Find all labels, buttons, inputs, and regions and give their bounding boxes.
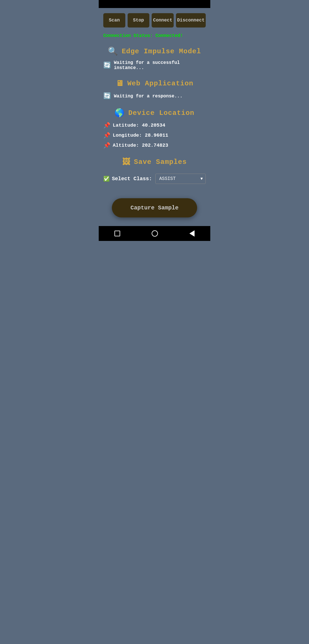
nav-bar	[99, 226, 210, 241]
altitude-value: Altitude: 202.74823	[113, 143, 168, 148]
connect-button[interactable]: Connect	[152, 13, 174, 28]
edge-impulse-section-title: 🔍 Edge Impulse Model	[103, 46, 206, 56]
capture-sample-button[interactable]: Capture Sample	[112, 198, 197, 217]
edge-impulse-icon: 🔍	[108, 46, 118, 56]
latitude-row: 📌 Latitude: 40.20534	[103, 122, 206, 129]
latitude-pin-icon: 📌	[103, 122, 110, 129]
web-app-icon: 🖥	[116, 78, 124, 88]
edge-impulse-waiting: 🔄 Waiting for a successful instance...	[103, 60, 206, 70]
class-select-wrapper[interactable]: ASSIST OTHER ▼	[155, 174, 206, 184]
disconnect-button[interactable]: Disconnect	[176, 13, 206, 28]
edge-impulse-waiting-text: Waiting for a successful instance...	[114, 60, 206, 70]
stop-button[interactable]: Stop	[128, 13, 150, 28]
device-location-title: Device Location	[128, 109, 194, 117]
longitude-pin-icon: 📌	[103, 132, 110, 139]
nav-back-icon[interactable]	[189, 230, 195, 237]
connection-status: Connection Status: Connected!	[103, 33, 206, 38]
capture-btn-wrapper: Capture Sample	[99, 193, 210, 226]
web-app-section-title: 🖥 Web Application	[103, 78, 206, 88]
nav-circle-icon[interactable]	[152, 230, 158, 237]
select-class-check-icon: ✅	[103, 176, 110, 182]
status-bar	[99, 0, 210, 8]
save-samples-section: 🖼 Save Samples	[103, 157, 206, 167]
altitude-row: 📌 Altitude: 202.74823	[103, 142, 206, 149]
latitude-value: Latitude: 40.20534	[113, 123, 165, 128]
select-class-text: Select Class:	[112, 176, 152, 182]
select-class-row: ✅ Select Class: ASSIST OTHER ▼	[103, 174, 206, 184]
longitude-row: 📌 Longitude: 28.96011	[103, 132, 206, 139]
longitude-value: Longitude: 28.96011	[113, 133, 168, 138]
save-samples-icon: 🖼	[122, 157, 130, 167]
select-class-label: ✅ Select Class:	[103, 176, 152, 182]
save-samples-label: Save Samples	[134, 158, 187, 166]
class-select[interactable]: ASSIST OTHER	[155, 174, 206, 184]
edge-impulse-title: Edge Impulse Model	[122, 48, 201, 55]
web-app-title: Web Application	[127, 80, 193, 87]
web-app-waiting-text: Waiting for a response...	[114, 94, 183, 99]
action-button-row: Scan Stop Connect Disconnect	[103, 13, 206, 28]
location-data: 📌 Latitude: 40.20534 📌 Longitude: 28.960…	[103, 122, 206, 149]
scan-button[interactable]: Scan	[103, 13, 125, 28]
device-location-section-title: 🌎 Device Location	[103, 108, 206, 118]
web-app-waiting: 🔄 Waiting for a response...	[103, 92, 206, 100]
save-samples-title: 🖼 Save Samples	[103, 157, 206, 167]
edge-impulse-sync-icon: 🔄	[103, 62, 111, 69]
web-app-sync-icon: 🔄	[103, 92, 111, 100]
altitude-pin-icon: 📌	[103, 142, 110, 149]
globe-icon: 🌎	[114, 108, 125, 118]
nav-square-icon[interactable]	[114, 231, 120, 236]
